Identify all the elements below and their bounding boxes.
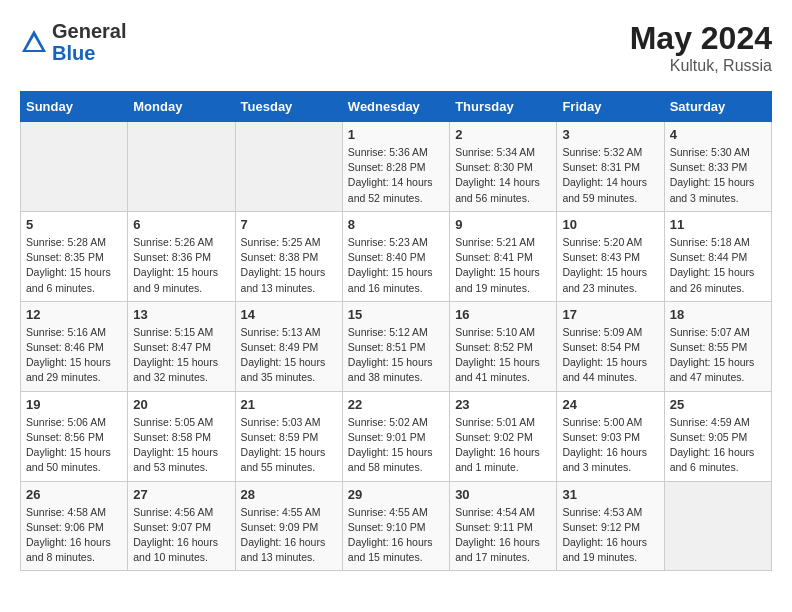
weekday-header-friday: Friday bbox=[557, 92, 664, 122]
day-number: 1 bbox=[348, 127, 444, 142]
weekday-header-tuesday: Tuesday bbox=[235, 92, 342, 122]
calendar-cell: 19Sunrise: 5:06 AMSunset: 8:56 PMDayligh… bbox=[21, 391, 128, 481]
title-block: May 2024 Kultuk, Russia bbox=[630, 20, 772, 75]
day-number: 2 bbox=[455, 127, 551, 142]
calendar-cell: 2Sunrise: 5:34 AMSunset: 8:30 PMDaylight… bbox=[450, 122, 557, 212]
day-detail: Sunrise: 5:00 AMSunset: 9:03 PMDaylight:… bbox=[562, 415, 658, 476]
logo-icon bbox=[20, 28, 48, 56]
calendar-cell: 14Sunrise: 5:13 AMSunset: 8:49 PMDayligh… bbox=[235, 301, 342, 391]
day-number: 22 bbox=[348, 397, 444, 412]
calendar-cell: 16Sunrise: 5:10 AMSunset: 8:52 PMDayligh… bbox=[450, 301, 557, 391]
calendar-cell: 21Sunrise: 5:03 AMSunset: 8:59 PMDayligh… bbox=[235, 391, 342, 481]
day-number: 31 bbox=[562, 487, 658, 502]
day-number: 11 bbox=[670, 217, 766, 232]
day-number: 25 bbox=[670, 397, 766, 412]
calendar-week-row: 19Sunrise: 5:06 AMSunset: 8:56 PMDayligh… bbox=[21, 391, 772, 481]
calendar-cell: 6Sunrise: 5:26 AMSunset: 8:36 PMDaylight… bbox=[128, 211, 235, 301]
calendar-cell: 20Sunrise: 5:05 AMSunset: 8:58 PMDayligh… bbox=[128, 391, 235, 481]
day-detail: Sunrise: 4:59 AMSunset: 9:05 PMDaylight:… bbox=[670, 415, 766, 476]
day-detail: Sunrise: 5:09 AMSunset: 8:54 PMDaylight:… bbox=[562, 325, 658, 386]
day-detail: Sunrise: 5:02 AMSunset: 9:01 PMDaylight:… bbox=[348, 415, 444, 476]
day-number: 30 bbox=[455, 487, 551, 502]
logo-blue-text: Blue bbox=[52, 42, 126, 64]
day-number: 6 bbox=[133, 217, 229, 232]
day-number: 9 bbox=[455, 217, 551, 232]
calendar-header: SundayMondayTuesdayWednesdayThursdayFrid… bbox=[21, 92, 772, 122]
calendar-cell bbox=[235, 122, 342, 212]
calendar-cell: 8Sunrise: 5:23 AMSunset: 8:40 PMDaylight… bbox=[342, 211, 449, 301]
weekday-header-thursday: Thursday bbox=[450, 92, 557, 122]
calendar-cell: 4Sunrise: 5:30 AMSunset: 8:33 PMDaylight… bbox=[664, 122, 771, 212]
day-detail: Sunrise: 4:56 AMSunset: 9:07 PMDaylight:… bbox=[133, 505, 229, 566]
day-number: 14 bbox=[241, 307, 337, 322]
day-number: 4 bbox=[670, 127, 766, 142]
calendar-week-row: 5Sunrise: 5:28 AMSunset: 8:35 PMDaylight… bbox=[21, 211, 772, 301]
weekday-header-row: SundayMondayTuesdayWednesdayThursdayFrid… bbox=[21, 92, 772, 122]
calendar-cell: 29Sunrise: 4:55 AMSunset: 9:10 PMDayligh… bbox=[342, 481, 449, 571]
calendar-cell: 13Sunrise: 5:15 AMSunset: 8:47 PMDayligh… bbox=[128, 301, 235, 391]
day-number: 15 bbox=[348, 307, 444, 322]
day-detail: Sunrise: 5:13 AMSunset: 8:49 PMDaylight:… bbox=[241, 325, 337, 386]
weekday-header-saturday: Saturday bbox=[664, 92, 771, 122]
day-number: 21 bbox=[241, 397, 337, 412]
day-detail: Sunrise: 5:01 AMSunset: 9:02 PMDaylight:… bbox=[455, 415, 551, 476]
day-detail: Sunrise: 5:18 AMSunset: 8:44 PMDaylight:… bbox=[670, 235, 766, 296]
day-detail: Sunrise: 5:06 AMSunset: 8:56 PMDaylight:… bbox=[26, 415, 122, 476]
calendar-cell: 23Sunrise: 5:01 AMSunset: 9:02 PMDayligh… bbox=[450, 391, 557, 481]
calendar-cell: 1Sunrise: 5:36 AMSunset: 8:28 PMDaylight… bbox=[342, 122, 449, 212]
calendar-cell bbox=[128, 122, 235, 212]
day-number: 16 bbox=[455, 307, 551, 322]
day-detail: Sunrise: 4:53 AMSunset: 9:12 PMDaylight:… bbox=[562, 505, 658, 566]
calendar-cell: 27Sunrise: 4:56 AMSunset: 9:07 PMDayligh… bbox=[128, 481, 235, 571]
calendar-cell: 5Sunrise: 5:28 AMSunset: 8:35 PMDaylight… bbox=[21, 211, 128, 301]
day-number: 20 bbox=[133, 397, 229, 412]
page-header: General Blue May 2024 Kultuk, Russia bbox=[20, 20, 772, 75]
calendar-cell: 24Sunrise: 5:00 AMSunset: 9:03 PMDayligh… bbox=[557, 391, 664, 481]
day-detail: Sunrise: 5:30 AMSunset: 8:33 PMDaylight:… bbox=[670, 145, 766, 206]
calendar-cell: 11Sunrise: 5:18 AMSunset: 8:44 PMDayligh… bbox=[664, 211, 771, 301]
day-detail: Sunrise: 5:26 AMSunset: 8:36 PMDaylight:… bbox=[133, 235, 229, 296]
day-number: 5 bbox=[26, 217, 122, 232]
day-detail: Sunrise: 5:36 AMSunset: 8:28 PMDaylight:… bbox=[348, 145, 444, 206]
day-detail: Sunrise: 5:12 AMSunset: 8:51 PMDaylight:… bbox=[348, 325, 444, 386]
day-detail: Sunrise: 5:32 AMSunset: 8:31 PMDaylight:… bbox=[562, 145, 658, 206]
calendar-week-row: 1Sunrise: 5:36 AMSunset: 8:28 PMDaylight… bbox=[21, 122, 772, 212]
day-detail: Sunrise: 5:23 AMSunset: 8:40 PMDaylight:… bbox=[348, 235, 444, 296]
day-number: 8 bbox=[348, 217, 444, 232]
month-year-title: May 2024 bbox=[630, 20, 772, 57]
calendar-cell: 26Sunrise: 4:58 AMSunset: 9:06 PMDayligh… bbox=[21, 481, 128, 571]
day-detail: Sunrise: 5:16 AMSunset: 8:46 PMDaylight:… bbox=[26, 325, 122, 386]
day-detail: Sunrise: 5:07 AMSunset: 8:55 PMDaylight:… bbox=[670, 325, 766, 386]
day-number: 27 bbox=[133, 487, 229, 502]
day-number: 13 bbox=[133, 307, 229, 322]
day-detail: Sunrise: 4:55 AMSunset: 9:09 PMDaylight:… bbox=[241, 505, 337, 566]
day-detail: Sunrise: 5:25 AMSunset: 8:38 PMDaylight:… bbox=[241, 235, 337, 296]
day-detail: Sunrise: 5:21 AMSunset: 8:41 PMDaylight:… bbox=[455, 235, 551, 296]
calendar-cell: 17Sunrise: 5:09 AMSunset: 8:54 PMDayligh… bbox=[557, 301, 664, 391]
day-detail: Sunrise: 5:15 AMSunset: 8:47 PMDaylight:… bbox=[133, 325, 229, 386]
day-detail: Sunrise: 5:03 AMSunset: 8:59 PMDaylight:… bbox=[241, 415, 337, 476]
calendar-cell: 22Sunrise: 5:02 AMSunset: 9:01 PMDayligh… bbox=[342, 391, 449, 481]
day-number: 12 bbox=[26, 307, 122, 322]
calendar-cell: 10Sunrise: 5:20 AMSunset: 8:43 PMDayligh… bbox=[557, 211, 664, 301]
calendar-week-row: 12Sunrise: 5:16 AMSunset: 8:46 PMDayligh… bbox=[21, 301, 772, 391]
calendar-cell: 9Sunrise: 5:21 AMSunset: 8:41 PMDaylight… bbox=[450, 211, 557, 301]
logo-text: General Blue bbox=[52, 20, 126, 64]
day-detail: Sunrise: 5:05 AMSunset: 8:58 PMDaylight:… bbox=[133, 415, 229, 476]
logo-general-text: General bbox=[52, 20, 126, 42]
calendar-cell: 3Sunrise: 5:32 AMSunset: 8:31 PMDaylight… bbox=[557, 122, 664, 212]
day-detail: Sunrise: 5:34 AMSunset: 8:30 PMDaylight:… bbox=[455, 145, 551, 206]
day-detail: Sunrise: 4:54 AMSunset: 9:11 PMDaylight:… bbox=[455, 505, 551, 566]
calendar-cell bbox=[21, 122, 128, 212]
calendar-body: 1Sunrise: 5:36 AMSunset: 8:28 PMDaylight… bbox=[21, 122, 772, 571]
calendar-cell: 7Sunrise: 5:25 AMSunset: 8:38 PMDaylight… bbox=[235, 211, 342, 301]
day-number: 23 bbox=[455, 397, 551, 412]
day-number: 26 bbox=[26, 487, 122, 502]
calendar-cell: 31Sunrise: 4:53 AMSunset: 9:12 PMDayligh… bbox=[557, 481, 664, 571]
calendar-cell: 12Sunrise: 5:16 AMSunset: 8:46 PMDayligh… bbox=[21, 301, 128, 391]
day-number: 18 bbox=[670, 307, 766, 322]
day-detail: Sunrise: 4:55 AMSunset: 9:10 PMDaylight:… bbox=[348, 505, 444, 566]
calendar-cell bbox=[664, 481, 771, 571]
calendar-table: SundayMondayTuesdayWednesdayThursdayFrid… bbox=[20, 91, 772, 571]
calendar-cell: 25Sunrise: 4:59 AMSunset: 9:05 PMDayligh… bbox=[664, 391, 771, 481]
